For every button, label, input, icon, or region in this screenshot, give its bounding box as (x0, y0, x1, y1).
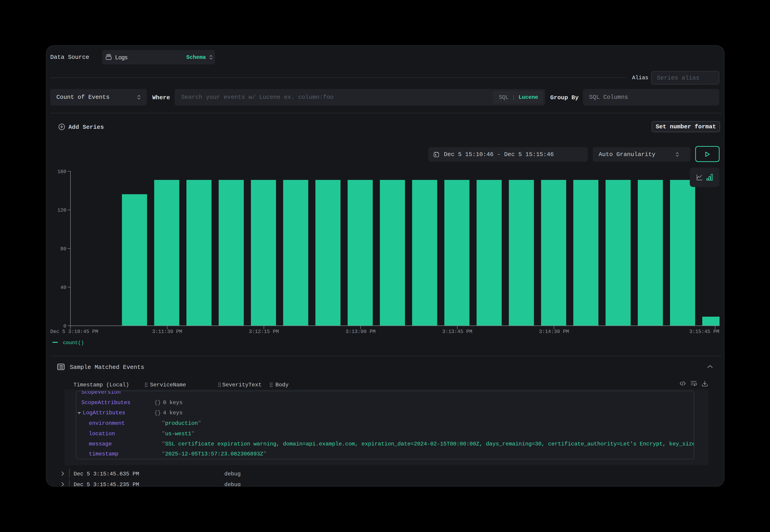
svg-text:120: 120 (57, 208, 66, 213)
svg-text:3:14:30 PM: 3:14:30 PM (539, 329, 569, 335)
svg-text:Dec 5 3:10:45 PM: Dec 5 3:10:45 PM (50, 329, 98, 335)
svg-text:3:11:30 PM: 3:11:30 PM (152, 329, 182, 335)
svg-text:0: 0 (63, 323, 66, 329)
svg-text:3:13:00 PM: 3:13:00 PM (345, 329, 375, 335)
svg-text:80: 80 (60, 246, 66, 252)
svg-text:40: 40 (60, 285, 66, 291)
svg-text:count(): count() (63, 340, 84, 346)
svg-text:3:12:15 PM: 3:12:15 PM (249, 329, 279, 335)
svg-text:160: 160 (57, 169, 66, 175)
svg-text:3:13:45 PM: 3:13:45 PM (442, 329, 472, 335)
svg-text:3:15:45 PM: 3:15:45 PM (689, 329, 719, 335)
